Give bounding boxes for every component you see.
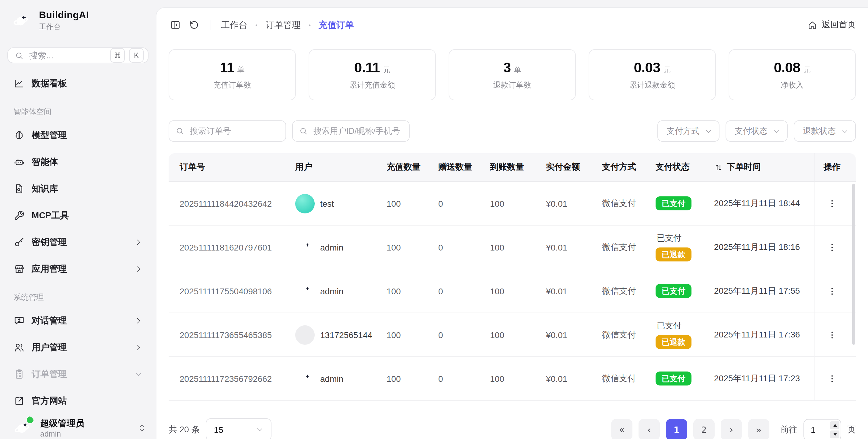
page-size-select[interactable]: 15 xyxy=(206,418,272,439)
order-no-cell: 20251111172356792662 xyxy=(168,374,295,383)
col-header-recharge: 充值数量 xyxy=(386,162,438,173)
kebab-menu-icon xyxy=(827,374,837,383)
sidebar-item-chats[interactable]: 对话管理 xyxy=(7,309,149,332)
user-avatar xyxy=(295,325,315,344)
shortcut-cmd-key: ⌘ xyxy=(110,48,125,63)
user-avatar xyxy=(295,194,315,213)
actions-cell xyxy=(814,313,849,356)
page-button-2[interactable]: 2 xyxy=(693,419,715,439)
refund-status-badge: 已退款 xyxy=(656,335,691,349)
sidebar-item-label: 官方网站 xyxy=(32,395,67,406)
stat-value: 0.03 xyxy=(634,59,660,76)
recharge-cell: 100 xyxy=(386,199,438,208)
sidebar-item-label: 对话管理 xyxy=(32,315,67,326)
sidebar-item-keys[interactable]: 密钥管理 xyxy=(7,231,149,254)
collapse-sidebar-button[interactable] xyxy=(168,18,182,32)
row-actions-button[interactable] xyxy=(824,239,841,256)
recharge-cell: 100 xyxy=(386,374,438,383)
table-row: 20251111175504098106 admin 100 0 100 ¥0.… xyxy=(168,269,856,313)
sidebar-item-apps[interactable]: 应用管理 xyxy=(7,257,149,280)
col-header-user: 用户 xyxy=(295,162,386,173)
main-panel: 工作台 • 订单管理 • 充值订单 返回首页 11单 充值订单数 0.11元 累… xyxy=(156,7,868,439)
paid-status-badge: 已支付 xyxy=(656,196,691,210)
bonus-cell: 0 xyxy=(438,374,490,383)
pay-method-select-label: 支付方式 xyxy=(666,126,700,136)
app-window: BuildingAI 工作台 ⌘ K 数据看板 智能体空间 模型管理 智能体 xyxy=(0,0,868,439)
col-header-actions: 操作 xyxy=(814,153,849,181)
sidebar-item-knowledge[interactable]: 知识库 xyxy=(7,177,149,200)
sidebar-item-label: 应用管理 xyxy=(32,263,67,274)
pay-method-select[interactable]: 支付方式 xyxy=(657,121,719,142)
refund-status-select[interactable]: 退款状态 xyxy=(794,121,856,142)
stat-label: 累计退款金额 xyxy=(629,80,675,90)
row-actions-button[interactable] xyxy=(824,326,841,343)
back-home-button[interactable]: 返回首页 xyxy=(807,20,856,30)
refresh-button[interactable] xyxy=(187,18,201,32)
external-link-icon xyxy=(13,395,25,406)
sidebar-item-agents[interactable]: 智能体 xyxy=(7,150,149,173)
sidebar-search[interactable]: ⌘ K xyxy=(7,47,149,63)
stat-unit: 单 xyxy=(238,65,245,75)
sidebar-item-label: 用户管理 xyxy=(32,341,67,353)
user-avatar xyxy=(10,416,34,439)
prev-page-button[interactable]: ‹ xyxy=(639,419,660,439)
stat-value: 11 xyxy=(220,59,234,76)
user-profile[interactable]: 超级管理员 admin xyxy=(7,412,149,439)
row-actions-button[interactable] xyxy=(824,370,841,387)
chevron-right-icon xyxy=(134,238,143,246)
user-name: 13172565144 xyxy=(320,330,372,340)
sidebar-item-mcp-tools[interactable]: MCP工具 xyxy=(7,204,149,227)
status-cell: 已支付 xyxy=(656,196,714,210)
sidebar-item-users[interactable]: 用户管理 xyxy=(7,336,149,359)
time-cell: 2025年11月11日 17:36 xyxy=(714,329,814,340)
last-page-button[interactable]: » xyxy=(748,419,769,439)
triangle-up-icon xyxy=(833,424,837,427)
time-cell: 2025年11月11日 18:44 xyxy=(714,198,814,209)
row-actions-button[interactable] xyxy=(824,282,841,300)
user-search-input[interactable] xyxy=(312,126,403,136)
step-down-button[interactable] xyxy=(830,430,839,438)
goto-page-input[interactable] xyxy=(804,424,830,435)
back-home-label: 返回首页 xyxy=(822,20,856,30)
page-button-1[interactable]: 1 xyxy=(666,419,687,439)
total-count-label: 共 20 条 xyxy=(168,424,200,435)
paid-status-text: 已支付 xyxy=(656,320,681,331)
triangle-down-icon xyxy=(833,433,837,436)
order-search-input[interactable] xyxy=(189,126,279,136)
sidebar-item-label: 模型管理 xyxy=(32,129,67,141)
key-icon xyxy=(13,236,25,248)
next-page-button[interactable]: › xyxy=(721,419,742,439)
goto-page-box[interactable] xyxy=(804,418,841,439)
col-header-time[interactable]: 下单时间 xyxy=(714,162,814,173)
refresh-icon xyxy=(189,20,200,30)
kebab-menu-icon xyxy=(827,242,837,252)
paid-cell: ¥0.01 xyxy=(546,286,602,296)
row-actions-button[interactable] xyxy=(824,195,841,212)
user-name: test xyxy=(320,199,334,208)
breadcrumb-order-management[interactable]: 订单管理 xyxy=(266,19,301,31)
user-cell: admin xyxy=(295,281,386,301)
method-cell: 微信支付 xyxy=(602,329,656,340)
sidebar-item-dashboard[interactable]: 数据看板 xyxy=(7,72,149,95)
pay-status-select[interactable]: 支付状态 xyxy=(725,121,788,142)
received-cell: 100 xyxy=(490,374,546,383)
sidebar-item-orders[interactable]: 订单管理 xyxy=(7,362,149,385)
sidebar-search-input[interactable] xyxy=(28,50,106,61)
breadcrumb-workbench[interactable]: 工作台 xyxy=(221,19,247,31)
breadcrumb-recharge-orders[interactable]: 充值订单 xyxy=(319,19,354,31)
chat-icon xyxy=(13,315,25,326)
user-search-box[interactable] xyxy=(292,121,410,142)
sidebar-item-website[interactable]: 官方网站 xyxy=(7,389,149,412)
user-name: admin xyxy=(320,374,343,383)
order-search-box[interactable] xyxy=(168,121,286,142)
sidebar-item-models[interactable]: 模型管理 xyxy=(7,124,149,146)
first-page-button[interactable]: « xyxy=(611,419,632,439)
stat-value: 0.08 xyxy=(774,59,800,76)
table-scrollbar[interactable] xyxy=(852,183,855,345)
received-cell: 100 xyxy=(490,330,546,340)
brand: BuildingAI 工作台 xyxy=(7,8,149,33)
col-header-order-no: 订单号 xyxy=(168,162,295,173)
step-up-button[interactable] xyxy=(830,421,839,429)
col-header-time-label: 下单时间 xyxy=(727,162,761,173)
paid-cell: ¥0.01 xyxy=(546,330,602,340)
